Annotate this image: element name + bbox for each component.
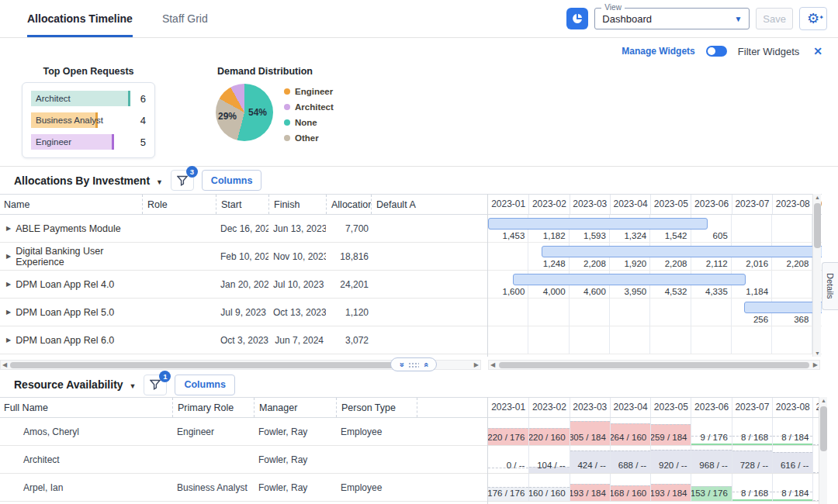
resources-title-dropdown[interactable]: Resource Availability ▼ [14,378,136,391]
start-cell[interactable]: Oct 3, 2023 [216,335,268,346]
demand-pie-chart[interactable]: 54% 29% [216,84,273,141]
availability-cell[interactable]: 688 / -- [610,446,650,473]
collapse-up-icon[interactable]: « [422,362,431,367]
scroll-left-icon[interactable]: ◀ [490,361,495,368]
availability-cell[interactable]: 968 / -- [691,446,731,473]
table-row[interactable]: ▶DPM Loan App Rel 6.0Oct 3, 2023Jun 7, 2… [0,326,487,354]
availability-cell[interactable]: 104 / -- [528,446,569,473]
availability-cell[interactable]: 193 / 184 [650,474,691,501]
finish-cell[interactable]: Jul 10, 2023 [268,279,326,290]
resource-name-cell[interactable]: Amos, Cheryl [0,426,172,437]
gantt-bar[interactable] [488,218,708,230]
person-type-cell[interactable]: Employee [336,482,417,493]
finish-cell[interactable]: Nov 10, 2023 [268,251,326,262]
allocation-cell[interactable]: 18,816 [326,251,371,262]
chart-view-button[interactable] [566,8,588,29]
vertical-scrollbar[interactable]: ▲ [819,397,827,504]
availability-cell[interactable]: 8 / 184 [772,418,812,445]
view-dropdown[interactable]: View Dashboard ▼ [594,8,750,29]
horizontal-scrollbar-right[interactable]: ◀ ▶ [488,360,820,370]
availability-cell[interactable]: 8 / 168 [732,474,772,501]
availability-cell[interactable]: 616 / -- [772,446,812,473]
scroll-right-icon[interactable]: ▶ [813,361,818,368]
expand-icon[interactable]: ▶ [6,253,11,260]
resource-name-cell[interactable]: Arpel, Ian [0,482,172,493]
availability-cell[interactable]: 220 / 160 [528,418,569,445]
availability-cell[interactable]: 0 / -- [488,446,528,473]
availability-cell[interactable]: 176 / 176 [488,474,528,501]
table-row[interactable]: Amos, CherylEngineerFowler, RayEmployee [0,418,487,446]
table-row[interactable]: ▶Digital Banking User ExperienceFeb 10, … [0,243,487,271]
request-bar-row[interactable]: Engineer5 [31,134,146,150]
investment-name-cell[interactable]: ▶DPM Loan App Rel 4.0 [0,279,142,290]
expand-icon[interactable]: ▶ [6,337,11,343]
gantt-bar[interactable] [542,246,822,257]
person-type-cell[interactable]: Employee [336,426,417,437]
filter-widgets-toggle[interactable] [706,46,727,57]
tab-staff-grid[interactable]: Staff Grid [162,0,208,37]
primary-role-cell[interactable]: Business Analyst [172,482,254,493]
request-bar-row[interactable]: Business Analyst4 [31,112,146,128]
allocation-cell[interactable]: 7,700 [326,223,371,234]
collapse-down-icon[interactable]: « [396,362,405,367]
start-cell[interactable]: Jan 20, 2023 [216,279,268,290]
gantt-bar[interactable] [744,302,822,313]
finish-cell[interactable]: Jun 7, 2024 [268,335,326,346]
save-button[interactable]: Save [756,8,793,29]
column-header[interactable]: Primary Role [172,398,254,417]
allocation-cell[interactable]: 1,120 [326,307,371,318]
request-bar-row[interactable]: Architect6 [31,91,146,106]
availability-cell[interactable]: 193 / 184 [570,474,610,501]
splitter-handle[interactable]: « « [390,357,437,371]
column-header[interactable]: Start [216,195,268,214]
resources-filter-button[interactable]: 1 [144,375,167,395]
settings-button[interactable]: ⚙ ✦ [799,7,827,30]
allocations-filter-button[interactable]: 3 [171,170,194,191]
expand-icon[interactable]: ▶ [6,225,11,232]
table-row[interactable]: ▶DPM Loan App Rel 4.0Jan 20, 2023Jul 10,… [0,271,487,299]
scroll-left-icon[interactable]: ◀ [2,361,7,368]
start-cell[interactable]: Jul 9, 2023 [216,307,268,318]
table-row[interactable]: Arpel, IanBusiness AnalystFowler, RayEmp… [0,474,487,502]
table-row[interactable]: ▶ABLE Payments ModuleDec 16, 2022Jun 13,… [0,215,487,243]
expand-icon[interactable]: ▶ [6,309,11,316]
resources-columns-button[interactable]: Columns [175,375,234,395]
investment-name-cell[interactable]: ▶DPM Loan App Rel 6.0 [0,335,142,346]
allocation-cell[interactable]: 24,201 [326,279,371,290]
resource-name-cell[interactable]: Architect [0,454,172,465]
scroll-down-icon[interactable]: ▼ [813,350,822,356]
allocation-cell[interactable]: 3,072 [326,335,371,346]
column-header[interactable]: Finish [268,195,326,214]
allocations-title-dropdown[interactable]: Allocations By Investment ▼ [14,174,163,187]
availability-cell[interactable]: 168 / 160 [610,474,650,501]
vertical-scrollbar[interactable]: ▲ ▼ [812,194,821,357]
tab-allocations-timeline[interactable]: Allocations Timeline [27,0,133,37]
table-row[interactable]: ▶DPM Loan App Rel 5.0Jul 9, 2023Oct 13, … [0,299,487,326]
column-header[interactable]: Allocation [326,195,371,214]
availability-cell[interactable]: 424 / -- [570,446,610,473]
finish-cell[interactable]: Jun 13, 2023 [268,223,326,234]
primary-role-cell[interactable]: Engineer [172,426,254,437]
investment-name-cell[interactable]: ▶DPM Loan App Rel 5.0 [0,307,142,318]
manager-cell[interactable]: Fowler, Ray [254,482,336,493]
availability-cell[interactable]: 153 / 176 [691,474,731,501]
start-cell[interactable]: Dec 16, 2022 [216,223,268,234]
scroll-up-icon[interactable]: ▲ [819,398,828,403]
availability-cell[interactable]: 8 / 168 [732,418,772,445]
allocations-columns-button[interactable]: Columns [202,170,261,191]
start-cell[interactable]: Feb 10, 2023 [216,251,268,262]
close-icon[interactable]: ✕ [810,45,826,57]
availability-cell[interactable]: 264 / 160 [610,418,650,445]
manage-widgets-link[interactable]: Manage Widgets [622,46,695,57]
scroll-up-icon[interactable]: ▲ [813,195,822,200]
manager-cell[interactable]: Fowler, Ray [254,426,336,437]
column-header[interactable]: Person Type [336,398,417,417]
drag-handle-icon[interactable] [408,362,419,368]
column-header[interactable]: Full Name [0,398,172,417]
availability-cell[interactable]: 920 / -- [650,446,691,473]
column-header[interactable]: Name [0,195,142,214]
table-row[interactable]: ArchitectFowler, Ray [0,446,487,474]
availability-cell[interactable]: 9 / 176 [691,418,731,445]
investment-name-cell[interactable]: ▶Digital Banking User Experience [0,246,142,268]
details-side-tab[interactable]: Details [822,262,838,310]
